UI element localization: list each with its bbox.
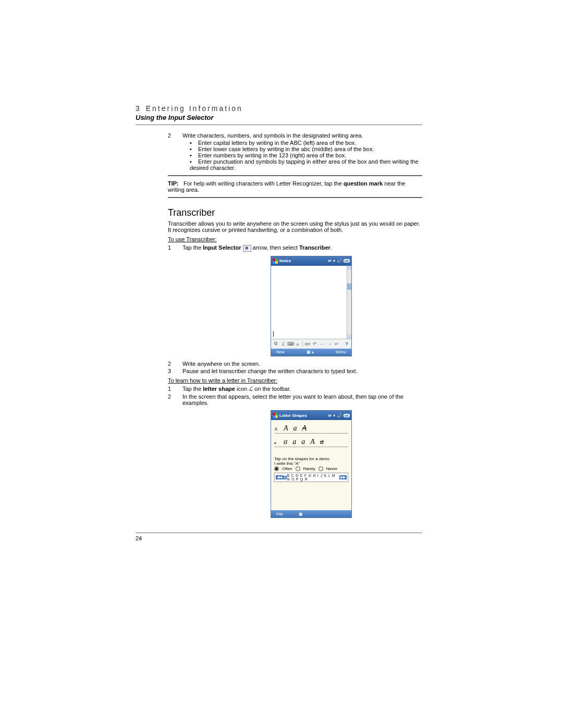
letter-row-upper: A A a A — [274, 423, 348, 434]
bullet-item: Enter lower case letters by writing in t… — [190, 146, 422, 152]
file-button[interactable]: File — [276, 512, 283, 516]
radio-often[interactable] — [274, 466, 279, 471]
keyboard-icon[interactable]: ⌨ — [287, 341, 293, 347]
letter-shape[interactable]: A — [310, 438, 315, 446]
space-icon[interactable]: spc — [304, 341, 311, 347]
scroll-up-icon[interactable] — [347, 266, 351, 270]
step-number: 1 — [168, 386, 173, 393]
step-number: 2 — [168, 132, 173, 139]
letter-shape-inline-icon: ℒ — [249, 386, 253, 392]
step-number: 1 — [168, 244, 173, 252]
menu-button[interactable]: Menu — [336, 350, 346, 354]
radio-rarely[interactable] — [296, 466, 300, 471]
subheading: To learn how to write a letter in Transc… — [168, 377, 422, 384]
toolbar-separator — [302, 341, 303, 347]
tip-bold: question mark — [344, 180, 383, 187]
window-title: Letter Shapes — [279, 413, 307, 418]
chapter-header: 3 Entering Information Using the Input S… — [136, 104, 422, 125]
help-icon[interactable]: ? — [344, 341, 350, 347]
window-titlebar: Letter Shapes ⇄ ▾ 🔊 ok — [271, 411, 351, 420]
list-item: 2 In the screen that appears, select the… — [168, 393, 422, 406]
tip-label: TIP: — [168, 180, 179, 187]
windows-flag-icon — [273, 413, 278, 418]
section-subtitle: Using the Input Selector — [136, 114, 422, 121]
writing-canvas[interactable] — [271, 266, 351, 339]
letter-shape[interactable]: a — [292, 438, 296, 446]
letter-shape-icon[interactable]: ℒ — [280, 341, 286, 347]
recognize-icon[interactable]: a — [295, 341, 301, 347]
arrow-right-icon[interactable]: → — [326, 341, 333, 347]
document-page: 3 Entering Information Using the Input S… — [0, 0, 563, 573]
radio-never[interactable] — [319, 466, 323, 471]
page-number: 24 — [136, 535, 142, 541]
screenshot-notes: Notes ⇄ ▾ 🔊 ok ⧉ ℒ ⌨ — [200, 256, 422, 356]
device-mockup: Notes ⇄ ▾ 🔊 ok ⧉ ℒ ⌨ — [271, 256, 352, 356]
new-button[interactable]: New — [276, 350, 285, 354]
bullet-item: Enter punctuation and symbols by tapping… — [190, 158, 422, 171]
bottom-bar: New ▣ ▴ Menu — [271, 349, 351, 356]
selected-letter[interactable]: A — [283, 476, 287, 479]
step-text: Pause and let transcriber change the wri… — [182, 368, 358, 374]
letter-shape[interactable]: A — [284, 424, 288, 433]
options-icon[interactable]: ⧉ — [273, 341, 279, 347]
list-item: 1 Tap the letter shape icon ℒ on the too… — [168, 386, 422, 393]
letter-row-lower: a α a a A a — [274, 437, 348, 447]
letter-shapes-canvas: A A a A a α a a A a Tap on the shapes fo… — [271, 420, 351, 510]
letter-shape[interactable]: α — [284, 438, 287, 446]
transcriber-toolbar: ⧉ ℒ ⌨ a spc ↶ ← → ↵ ? — [271, 339, 351, 349]
scroll-down-icon[interactable] — [347, 335, 351, 339]
bullet-list: Enter capital letters by writing in the … — [190, 140, 422, 171]
ok-button[interactable]: ok — [344, 259, 350, 263]
signal-icon: ▾ — [333, 258, 335, 263]
section-heading: Transcriber — [168, 207, 422, 218]
step-text: In the screen that appears, select the l… — [182, 393, 422, 406]
intro-text: Transcriber allows you to write anywhere… — [168, 220, 422, 233]
window-title: Notes — [279, 258, 291, 263]
empty-area — [274, 482, 348, 508]
undo-icon[interactable]: ↶ — [312, 341, 318, 347]
bottom-bar: File ▣ — [271, 510, 351, 517]
text-cursor — [273, 331, 274, 337]
bullet-item: Enter capital letters by writing in the … — [190, 140, 422, 146]
strip-prev-icon[interactable]: ◀◀ — [276, 475, 283, 479]
window-titlebar: Notes ⇄ ▾ 🔊 ok — [271, 256, 351, 266]
enter-icon[interactable]: ↵ — [334, 341, 340, 347]
list-item: 1 Tap the Input Selector ▦ arrow, then s… — [168, 244, 422, 252]
ok-button[interactable]: ok — [344, 414, 350, 417]
volume-icon: 🔊 — [337, 413, 342, 418]
chapter-title: Entering Information — [146, 104, 243, 113]
sip-icon[interactable]: ▣ — [299, 512, 303, 516]
step-text: Write anywhere on the screen. — [182, 361, 260, 367]
letter-shape[interactable]: A — [302, 424, 307, 433]
step-text: Write characters, numbers, and symbols i… — [182, 132, 363, 139]
signal-icon: ▾ — [333, 413, 335, 418]
letter-shape[interactable]: a — [320, 438, 324, 446]
letter-shape[interactable]: a — [301, 438, 305, 446]
connectivity-icon: ⇄ — [328, 258, 332, 263]
alphabet-strip: ◀◀ A B C D E F G H I J K L M N O P Q R ▶… — [274, 473, 348, 482]
header-rule — [136, 125, 422, 125]
sip-icon[interactable]: ▣ ▴ — [307, 350, 314, 354]
connectivity-icon: ⇄ — [328, 413, 332, 418]
input-selector-icon: ▦ — [243, 245, 251, 252]
arrow-left-icon[interactable]: ← — [319, 341, 325, 347]
list-item: 3 Pause and let transcriber change the w… — [168, 368, 422, 374]
step-text: Tap the Input Selector ▦ arrow, then sel… — [182, 244, 332, 252]
tip-box: TIP: For help with writing characters wi… — [168, 175, 422, 198]
step-number: 3 — [168, 368, 173, 374]
scroll-thumb[interactable] — [347, 283, 351, 290]
bullet-item: Enter numbers by writing in the 123 (rig… — [190, 152, 422, 158]
letter-shape[interactable]: a — [293, 424, 297, 433]
page-footer: 24 — [136, 533, 422, 541]
device-mockup: Letter Shapes ⇄ ▾ 🔊 ok A A a A a — [271, 410, 352, 518]
alphabet-letters[interactable]: B C D E F G H I J K L M N O P Q R — [287, 474, 339, 481]
tip-rule-top — [168, 175, 422, 176]
step-text: Tap the letter shape icon ℒ on the toolb… — [182, 386, 291, 393]
subheading: To use Transcriber: — [168, 236, 422, 242]
content-block: Transcriber allows you to write anywhere… — [168, 220, 422, 518]
chapter-number: 3 — [136, 104, 142, 113]
tip-rule-bottom — [168, 197, 422, 198]
scrollbar[interactable] — [347, 266, 351, 339]
step-number: 2 — [168, 361, 173, 367]
strip-next-icon[interactable]: ▶▶ — [339, 475, 347, 479]
